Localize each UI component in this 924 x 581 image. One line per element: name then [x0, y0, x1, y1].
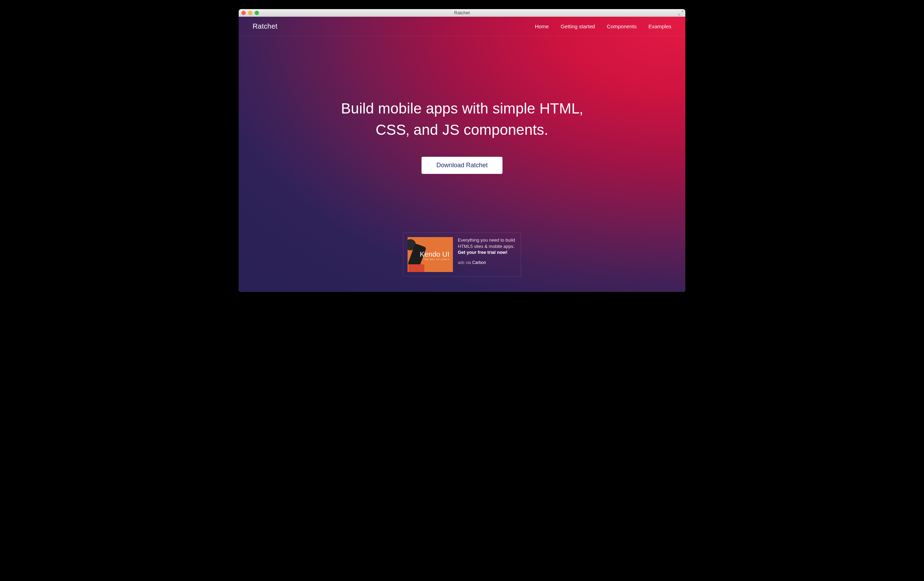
ad-copy: Everything you need to build HTML5 sites…	[458, 237, 516, 272]
minimize-window-button[interactable]	[248, 11, 252, 15]
window-title: Ratchet	[239, 10, 685, 15]
ad-attribution: ads via Carbon	[458, 260, 516, 265]
download-button[interactable]: Download Ratchet	[422, 157, 502, 174]
carbon-ad[interactable]: Kendo UI THE WAY OF HTML5 Everything you…	[403, 233, 521, 276]
nav-link-components[interactable]: Components	[607, 23, 637, 29]
nav-links: Home Getting started Components Examples	[535, 23, 672, 29]
window-titlebar: Ratchet	[239, 9, 685, 17]
close-window-button[interactable]	[241, 11, 246, 15]
page-content: Ratchet Home Getting started Components …	[239, 17, 685, 292]
ad-image-tagline: THE WAY OF HTML5	[424, 258, 449, 261]
nav-link-getting-started[interactable]: Getting started	[561, 23, 595, 29]
ad-attrib-vendor[interactable]: Carbon	[472, 260, 486, 265]
nav-link-examples[interactable]: Examples	[648, 23, 672, 29]
hero-headline: Build mobile apps with simple HTML‚ CSS‚…	[329, 98, 595, 141]
ad-attrib-prefix: ads via	[458, 260, 472, 265]
ad-cta-text: Get your free trial now!	[458, 250, 507, 255]
ad-image-brand: Kendo UI	[420, 250, 449, 259]
nav-link-home[interactable]: Home	[535, 23, 549, 29]
zoom-window-button[interactable]	[255, 11, 259, 15]
fullscreen-icon[interactable]	[678, 10, 683, 15]
ad-text: Everything you need to build HTML5 sites…	[458, 237, 515, 249]
hero: Build mobile apps with simple HTML‚ CSS‚…	[239, 36, 685, 174]
top-nav: Ratchet Home Getting started Components …	[239, 17, 685, 36]
traffic-lights	[239, 11, 259, 15]
brand-logo[interactable]: Ratchet	[252, 22, 277, 30]
ad-image: Kendo UI THE WAY OF HTML5	[408, 237, 453, 272]
browser-window: Ratchet Ratchet Home Getting started Com…	[239, 9, 685, 292]
